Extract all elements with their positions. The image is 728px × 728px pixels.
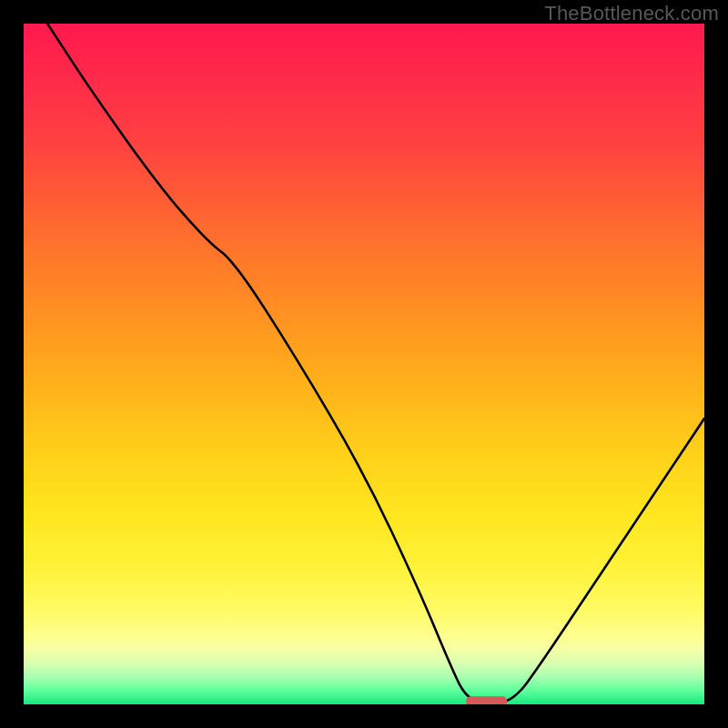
watermark-text: TheBottleneck.com (544, 2, 719, 25)
plot-area (24, 24, 704, 704)
curve-layer (24, 24, 704, 704)
chart-container: TheBottleneck.com (0, 0, 728, 728)
curve-group (47, 24, 704, 704)
optimal-marker (466, 696, 507, 704)
bottleneck-curve (47, 24, 704, 703)
